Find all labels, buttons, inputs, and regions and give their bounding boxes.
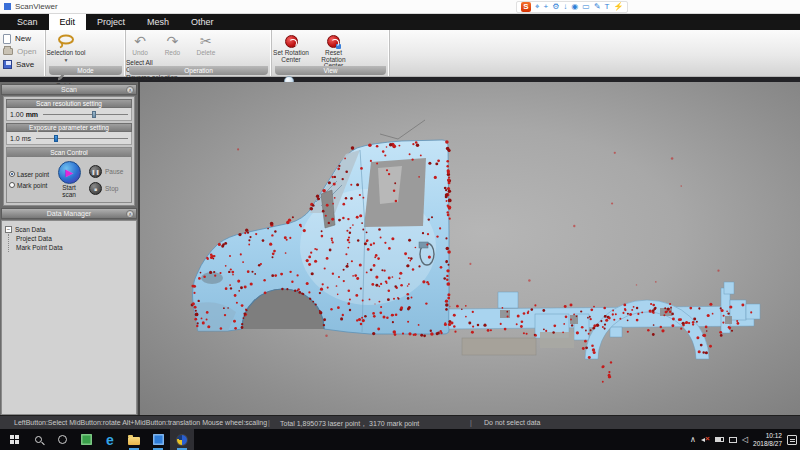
scan-section-title: Scan [61, 86, 77, 93]
rotation-center-icon [285, 33, 298, 49]
laser-point-label: Laser point [17, 171, 49, 178]
scanviewer-icon [176, 434, 188, 446]
taskbar-app-green[interactable] [74, 429, 98, 450]
view-group-label: View [275, 66, 386, 75]
reverse-selection-button[interactable]: Reverse selection [126, 75, 178, 82]
search-icon [35, 436, 42, 443]
taskbar-app-edge[interactable]: e [98, 429, 122, 450]
blue-app-icon [153, 434, 164, 445]
capture-record-icon[interactable]: ◉ [571, 2, 578, 12]
windows-logo-icon [10, 435, 19, 444]
mode-group-label: Mode [49, 66, 122, 75]
taskbar-search-button[interactable] [26, 429, 50, 450]
new-button[interactable]: New [3, 32, 42, 45]
taskbar-clock[interactable]: 10:12 2018/8/27 [753, 432, 782, 447]
data-tree: − Scan Data Project Data Mark Point Data [1, 220, 137, 415]
capture-monitor-icon[interactable]: ▭ [582, 2, 590, 12]
battery-icon[interactable] [715, 437, 724, 442]
save-disk-icon [3, 60, 12, 69]
folder-icon [128, 437, 140, 445]
scan-settings-panel: Scan resolution setting 1.00 mm Exposure… [3, 96, 135, 206]
new-label: New [15, 34, 31, 43]
tray-chevron-icon[interactable]: ∧ [690, 435, 696, 444]
capture-toolbar[interactable]: S ⌖ + ⚙ ↓ ◉ ▭ ✎ T ⚡ [516, 1, 628, 13]
status-bar: LeftButton:Select MidButton:rotate Alt+M… [0, 415, 800, 429]
resolution-row: 1.00 mm [6, 108, 132, 121]
cortana-button[interactable] [50, 429, 74, 450]
data-manager-header[interactable]: Data Manager ∧ [1, 208, 137, 219]
laser-point-radio[interactable]: Laser point [9, 171, 51, 178]
mark-point-label: Mark point [17, 182, 47, 189]
exposure-value: 1.0 ms [10, 135, 31, 142]
collapse-icon[interactable]: ∧ [126, 86, 134, 94]
stop-button[interactable]: ■ Stop [89, 182, 129, 195]
operation-group-label: Operation [129, 66, 268, 75]
resolution-slider[interactable] [43, 110, 128, 119]
recorder-logo-icon[interactable]: S [521, 2, 531, 12]
exposure-slider[interactable] [36, 134, 128, 143]
start-button[interactable] [2, 429, 26, 450]
tree-node-project-data[interactable]: Project Data [16, 234, 133, 243]
capture-tools-icon[interactable]: ⚡ [614, 2, 624, 12]
start-scan-label: Start scan [56, 185, 82, 198]
volume-icon[interactable]: ◁ [742, 435, 748, 444]
tray-time: 10:12 [753, 432, 782, 440]
scan-data-label: Scan Data [15, 226, 45, 233]
pause-icon: ❚❚ [89, 165, 102, 178]
action-center-icon[interactable] [787, 435, 797, 445]
mode-group: Selection tool ▼ Quick Select Mode [46, 30, 126, 76]
scan-control-group: Scan Control Laser point Mark point [6, 147, 132, 203]
tab-scan[interactable]: Scan [6, 14, 49, 30]
resolution-unit: mm [26, 111, 38, 118]
tab-project[interactable]: Project [86, 14, 136, 30]
point-totals: Total 1,895073 laser point， 3170 mark po… [280, 419, 419, 429]
tab-other[interactable]: Other [180, 14, 225, 30]
viewport-3d[interactable] [140, 82, 800, 415]
capture-settings-icon[interactable]: ⚙ [552, 2, 559, 12]
selection-tool-button[interactable]: Selection tool ▼ [46, 30, 86, 63]
capture-download-icon[interactable]: ↓ [563, 2, 567, 12]
mark-point-radio[interactable]: Mark point [9, 182, 51, 189]
start-scan-button[interactable]: ▶ [58, 161, 81, 184]
window-title: ScanViewer [15, 2, 58, 11]
radio-unselected-icon [9, 182, 15, 188]
save-button[interactable]: Save [3, 58, 42, 71]
set-rotation-center-button[interactable]: Set Rotation Center [272, 30, 310, 63]
pause-button[interactable]: ❚❚ Pause [89, 165, 129, 178]
tab-mesh[interactable]: Mesh [136, 14, 180, 30]
exposure-setting-header: Exposure parameter setting [6, 123, 132, 132]
taskbar-file-explorer[interactable] [122, 429, 146, 450]
taskbar-app-blue[interactable] [146, 429, 170, 450]
tray-date: 2018/8/27 [753, 440, 782, 448]
scan-section-header[interactable]: Scan ∧ [1, 84, 137, 95]
data-manager-title: Data Manager [47, 210, 91, 217]
muted-speaker-icon[interactable] [701, 436, 710, 444]
delete-label: Delete [197, 50, 216, 57]
capture-text-icon[interactable]: T [605, 2, 610, 12]
tree-expander-icon[interactable]: − [5, 226, 12, 233]
tab-edit[interactable]: Edit [49, 14, 87, 30]
stop-label: Stop [105, 185, 118, 192]
collapse-icon[interactable]: ∧ [126, 210, 134, 218]
network-icon[interactable] [729, 437, 737, 443]
antenna-line [380, 120, 425, 139]
capture-add-icon[interactable]: + [544, 2, 549, 12]
scanviewer-window: ScanViewer S ⌖ + ⚙ ↓ ◉ ▭ ✎ T ⚡ Scan Edit… [0, 0, 800, 450]
open-button[interactable]: Open [3, 45, 42, 58]
capture-pen-icon[interactable]: ✎ [594, 2, 601, 12]
taskbar-scanviewer[interactable] [170, 429, 194, 450]
undo-button[interactable]: ↶ Undo [126, 30, 154, 57]
redo-button[interactable]: ↷ Redo [158, 30, 186, 57]
tree-node-scan-data[interactable]: − Scan Data [5, 225, 133, 234]
new-file-icon [3, 34, 11, 44]
point-cloud-canvas [140, 82, 800, 415]
radio-selected-icon [9, 171, 15, 177]
operation-group: ↶ Undo ↷ Redo ✂ Delete Select All Clear … [126, 30, 272, 76]
edge-icon: e [106, 434, 114, 446]
redo-icon: ↷ [167, 33, 179, 49]
capture-target-icon[interactable]: ⌖ [535, 2, 540, 12]
windows-taskbar: e ∧ ◁ 10:12 2018/8/27 [0, 429, 800, 450]
reset-rotation-center-button[interactable]: Reset Rotation Center [314, 30, 352, 70]
tree-node-mark-point-data[interactable]: Mark Point Data [16, 243, 133, 252]
delete-button[interactable]: ✂ Delete [191, 30, 221, 57]
